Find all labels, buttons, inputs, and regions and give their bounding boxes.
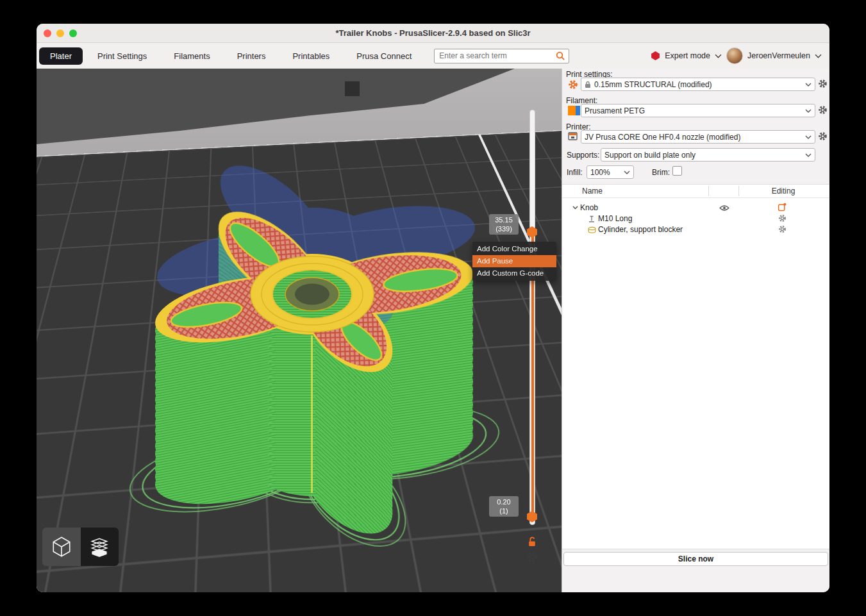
filament-select[interactable]: Prusament PETG <box>581 104 815 117</box>
filament-color-icon <box>568 106 580 117</box>
3d-view-button[interactable] <box>42 528 81 566</box>
column-separator <box>708 186 709 196</box>
chevron-down-icon <box>805 153 812 157</box>
chevron-down-icon[interactable] <box>715 54 722 58</box>
supports-value: Support on build plate only <box>604 151 802 160</box>
layers-icon <box>88 535 111 558</box>
part-icon <box>588 215 595 223</box>
printer-icon <box>568 132 578 142</box>
part-name[interactable]: Cylinder, support blocker <box>598 225 683 234</box>
window-controls <box>44 29 77 37</box>
lower-layer-height: 0.20 <box>489 497 519 506</box>
view-mode-buttons <box>42 528 119 566</box>
main-content: 35.15 (339) 0.20 (1) Add Color Change Ad… <box>37 69 829 592</box>
menu-item-add-pause[interactable]: Add Pause <box>472 255 556 267</box>
tab-printers[interactable]: Printers <box>224 47 279 65</box>
window-title: *Trailer Knobs - PrusaSlicer-2.9.4 based… <box>335 28 530 38</box>
tab-printables[interactable]: Printables <box>279 47 343 65</box>
menu-item-add-custom-gcode[interactable]: Add Custom G-code <box>472 267 556 279</box>
zoom-window-button[interactable] <box>69 29 77 37</box>
edit-filament-gear-icon[interactable] <box>818 105 828 117</box>
layers-view-button[interactable] <box>81 528 119 566</box>
edit-printer-gear-icon[interactable] <box>818 131 828 143</box>
printer-select[interactable]: JV Prusa CORE One HF0.4 nozzle (modified… <box>581 130 815 144</box>
support-blocker-icon <box>588 226 596 234</box>
object-name[interactable]: Knob <box>580 203 598 212</box>
seam-line <box>311 335 313 493</box>
filament-value: Prusament PETG <box>585 106 802 115</box>
mode-selector-label[interactable]: Expert mode <box>665 51 710 60</box>
tab-print-settings[interactable]: Print Settings <box>84 47 160 65</box>
part-settings-gear-icon[interactable] <box>778 214 787 222</box>
upper-layer-number: (339) <box>489 224 519 233</box>
chevron-down-icon[interactable] <box>815 54 822 58</box>
unlock-icon[interactable] <box>527 536 538 549</box>
supports-select[interactable]: Support on build plate only <box>601 148 815 162</box>
eye-icon[interactable] <box>719 204 729 212</box>
upper-layer-height: 35.15 <box>489 215 519 224</box>
avatar[interactable] <box>726 47 743 64</box>
brim-label: Brim: <box>652 168 670 177</box>
cube-icon <box>50 535 73 558</box>
chevron-down-icon <box>805 109 812 113</box>
upper-layer-tooltip: 35.15 (339) <box>489 214 519 235</box>
account-name[interactable]: JeroenVermeulen <box>747 51 810 60</box>
printer-value: JV Prusa CORE One HF0.4 nozzle (modified… <box>585 133 802 142</box>
tab-filaments[interactable]: Filaments <box>160 47 223 65</box>
slider-settings-gear-icon[interactable] <box>526 551 538 566</box>
print-settings-gear-icon[interactable] <box>568 79 578 92</box>
expert-mode-icon <box>651 51 660 61</box>
minimize-window-button[interactable] <box>56 29 64 37</box>
menu-item-add-color-change[interactable]: Add Color Change <box>472 243 556 255</box>
tab-prusa-connect[interactable]: Prusa Connect <box>343 47 425 65</box>
lower-layer-tooltip: 0.20 (1) <box>489 496 519 517</box>
main-toolbar: Plater Print Settings Filaments Printers… <box>37 43 829 69</box>
layer-context-menu: Add Color Change Add Pause Add Custom G-… <box>472 242 556 281</box>
chevron-down-icon <box>624 171 630 174</box>
collapse-chevron-icon[interactable] <box>572 206 578 210</box>
slice-now-button[interactable]: Slice now <box>563 552 828 566</box>
chevron-down-icon <box>805 83 812 87</box>
search-box[interactable] <box>434 49 569 63</box>
infill-label: Infill: <box>567 168 583 177</box>
close-window-button[interactable] <box>44 29 51 37</box>
object-list: Name Editing Knob <box>562 184 829 549</box>
search-input[interactable] <box>438 51 556 61</box>
titlebar: *Trailer Knobs - PrusaSlicer-2.9.4 based… <box>37 24 829 43</box>
lock-icon <box>585 81 591 88</box>
supports-label: Supports: <box>567 151 599 160</box>
infill-select[interactable]: 100% <box>587 165 634 179</box>
infill-value: 100% <box>590 168 620 177</box>
editing-column-header: Editing <box>738 187 828 196</box>
object-list-header: Name Editing <box>562 185 829 198</box>
3d-viewport[interactable]: 35.15 (339) 0.20 (1) Add Color Change Ad… <box>37 69 562 592</box>
chevron-down-icon <box>805 135 812 139</box>
print-settings-select[interactable]: 0.15mm STRUCTURAL (modified) <box>581 78 815 91</box>
name-column-header: Name <box>582 187 603 196</box>
edit-print-settings-gear-icon[interactable] <box>818 79 828 90</box>
part-name[interactable]: M10 Long <box>598 214 632 223</box>
search-icon[interactable] <box>556 51 565 61</box>
sidebar: Print settings: 0.15mm STRUCTURAL (modif… <box>562 69 829 592</box>
brim-checkbox[interactable] <box>672 166 682 176</box>
header-right: Expert mode JeroenVermeulen <box>651 47 822 64</box>
part-settings-gear-icon[interactable] <box>778 225 787 233</box>
print-settings-value: 0.15mm STRUCTURAL (modified) <box>594 80 802 89</box>
tab-plater[interactable]: Plater <box>39 47 83 65</box>
lower-layer-number: (1) <box>489 506 519 515</box>
model-preview[interactable] <box>37 69 562 592</box>
edit-icon[interactable] <box>778 203 787 212</box>
app-window: *Trailer Knobs - PrusaSlicer-2.9.4 based… <box>37 24 829 592</box>
